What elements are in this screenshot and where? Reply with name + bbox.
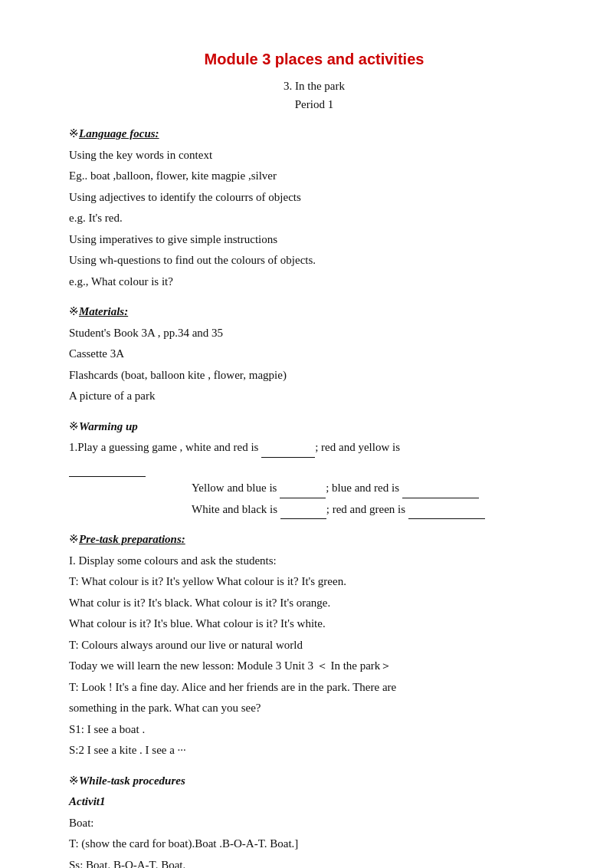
mat-line1: Student's Book 3A , pp.34 and 35: [69, 324, 559, 344]
lf-line6: Using wh-questions to find out the colou…: [69, 251, 559, 271]
warmup-underline: [69, 458, 559, 478]
pt-line10: S:2 I see a kite . I see a ···: [69, 741, 559, 761]
mat-line2: Cassette 3A: [69, 344, 559, 364]
subtitle-line1: 3. In the park: [69, 77, 559, 95]
pt-line2: T: What colour is it? It's yellow What c…: [69, 572, 559, 592]
language-focus-heading: ※Language focus:: [69, 124, 559, 144]
subtitle-line2: Period 1: [69, 95, 559, 113]
mat-line3: Flashcards (boat, balloon kite , flower,…: [69, 366, 559, 386]
pt-line9: S1: I see a boat .: [69, 720, 559, 740]
warmingup-section: ※Warming up 1.Play a guessing game , whi…: [69, 417, 559, 520]
lf-line5: Using imperatives to give simple instruc…: [69, 230, 559, 250]
warmup-line1: 1.Play a guessing game , white and red i…: [69, 438, 559, 458]
pt-line7: T: Look ! It's a fine day. Alice and her…: [69, 678, 559, 698]
materials-heading: ※Materials:: [69, 302, 559, 322]
pt-line6: Today we will learn the new lesson: Modu…: [69, 656, 559, 676]
warmup-indent-line2: White and black is ; red and green is: [69, 500, 559, 520]
warmup-indent-line1: Yellow and blue is ; blue and red is: [69, 478, 559, 498]
blank-5: [280, 507, 326, 519]
materials-section: ※Materials: Student's Book 3A , pp.34 an…: [69, 302, 559, 406]
blank-6: [408, 507, 485, 519]
activity1-heading: Activit1: [69, 792, 559, 812]
whiletask-section: ※While-task procedures Activit1 Boat: T:…: [69, 771, 559, 869]
lf-line3: Using adjectives to identify the colourr…: [69, 188, 559, 208]
lf-line7: e.g., What colour is it?: [69, 272, 559, 292]
lf-line2: Eg.. boat ,balloon, flower, kite magpie …: [69, 166, 559, 186]
lf-line4: e.g. It's red.: [69, 209, 559, 229]
page-title: Module 3 places and activities: [69, 46, 559, 72]
blank-4: [402, 486, 479, 498]
pt-line5: T: Colours always around our live or nat…: [69, 636, 559, 656]
a1-line2: T: (show the card for boat).Boat .B-O-A-…: [69, 834, 559, 854]
mat-line4: A picture of a park: [69, 386, 559, 406]
pretask-section: ※Pre-task preparations: I. Display some …: [69, 530, 559, 761]
pt-line4: What colour is it? It's blue. What colou…: [69, 614, 559, 634]
blank-1: [261, 446, 315, 458]
pt-line1: I. Display some colours and ask the stud…: [69, 551, 559, 571]
subtitle-block: 3. In the park Period 1: [69, 77, 559, 113]
pt-line8: something in the park. What can you see?: [69, 699, 559, 718]
a1-line3: Ss: Boat. B-O-A-T. Boat.: [69, 856, 559, 869]
whiletask-heading: ※While-task procedures: [69, 771, 559, 791]
blank-2: [69, 465, 146, 477]
pretask-heading: ※Pre-task preparations:: [69, 530, 559, 550]
lf-line1: Using the key words in context: [69, 146, 559, 166]
blank-3: [280, 486, 326, 498]
a1-line1: Boat:: [69, 814, 559, 833]
language-focus-section: ※Language focus: Using the key words in …: [69, 124, 559, 291]
warmingup-heading: ※Warming up: [69, 417, 559, 437]
pt-line3: What colur is it? It's black. What colou…: [69, 593, 559, 613]
